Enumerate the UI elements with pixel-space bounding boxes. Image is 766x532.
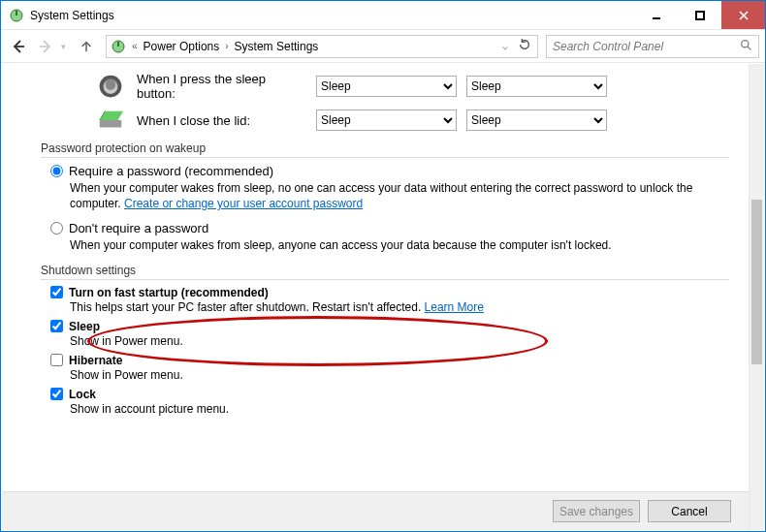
sleep-desc: Show in Power menu. xyxy=(70,334,729,348)
fast-startup-checkbox[interactable] xyxy=(50,286,63,298)
titlebar: System Settings xyxy=(1,1,765,30)
require-password-radio[interactable] xyxy=(50,165,63,177)
sleep-label: Sleep xyxy=(69,320,100,333)
address-icon xyxy=(111,39,126,54)
sleep-button-battery-select[interactable]: Sleep xyxy=(316,76,457,97)
sleep-button-row: When I press the sleep button: Sleep Sle… xyxy=(94,72,729,101)
close-button[interactable] xyxy=(721,1,765,29)
sleep-checkbox[interactable] xyxy=(50,320,63,332)
dont-require-password-desc: When your computer wakes from sleep, any… xyxy=(70,237,729,253)
up-button[interactable] xyxy=(75,35,98,58)
lock-label: Lock xyxy=(69,388,96,401)
toolbar: ▾ « Power Options › System Settings ⌵ Se… xyxy=(1,30,765,63)
scrollbar-thumb[interactable] xyxy=(751,200,762,364)
chevron-icon: « xyxy=(130,41,140,51)
search-input[interactable]: Search Control Panel xyxy=(546,35,759,58)
svg-rect-10 xyxy=(117,42,119,47)
lid-battery-select[interactable]: Sleep xyxy=(316,110,457,131)
lock-option[interactable]: Lock xyxy=(50,388,729,401)
svg-line-12 xyxy=(748,47,750,49)
hibernate-label: Hibernate xyxy=(69,354,122,367)
require-password-option[interactable]: Require a password (recommended) xyxy=(50,164,729,178)
hibernate-desc: Show in Power menu. xyxy=(70,368,729,382)
svg-rect-1 xyxy=(16,11,17,16)
breadcrumb-level1[interactable]: Power Options xyxy=(144,40,220,53)
window-title: System Settings xyxy=(30,9,634,22)
lid-plugged-select[interactable]: Sleep xyxy=(466,110,607,131)
dont-require-password-option[interactable]: Don't require a password xyxy=(50,221,729,235)
lid-label: When I close the lid: xyxy=(137,113,306,128)
history-dropdown[interactable]: ▾ xyxy=(61,42,71,51)
sleep-option[interactable]: Sleep xyxy=(50,320,729,333)
breadcrumb-level2[interactable]: System Settings xyxy=(235,40,319,53)
hibernate-option[interactable]: Hibernate xyxy=(50,354,729,367)
sleep-button-icon xyxy=(94,73,127,100)
fast-startup-desc: This helps start your PC faster after sh… xyxy=(70,300,729,314)
require-password-label: Require a password (recommended) xyxy=(69,164,273,178)
search-placeholder: Search Control Panel xyxy=(553,40,740,53)
maximize-button[interactable] xyxy=(678,1,721,29)
lid-row: When I close the lid: Sleep Sleep xyxy=(94,109,729,132)
app-icon xyxy=(9,8,24,23)
svg-point-11 xyxy=(742,40,749,47)
dont-require-password-label: Don't require a password xyxy=(69,221,208,235)
lock-checkbox[interactable] xyxy=(50,388,63,400)
address-dropdown-icon[interactable]: ⌵ xyxy=(498,41,512,51)
refresh-icon[interactable] xyxy=(516,38,533,54)
sleep-button-label: When I press the sleep button: xyxy=(137,72,306,101)
lock-desc: Show in account picture menu. xyxy=(70,402,729,416)
vertical-scrollbar[interactable] xyxy=(749,64,764,530)
svg-rect-15 xyxy=(100,120,122,128)
learn-more-link[interactable]: Learn More xyxy=(425,300,484,314)
window: System Settings ▾ « Power Options › xyxy=(0,0,766,532)
dont-require-password-radio[interactable] xyxy=(50,222,63,235)
cancel-button[interactable]: Cancel xyxy=(648,500,731,522)
svg-rect-3 xyxy=(696,12,704,19)
save-button[interactable]: Save changes xyxy=(553,500,640,522)
chevron-right-icon: › xyxy=(223,41,230,51)
fast-startup-label: Turn on fast startup (recommended) xyxy=(69,286,269,299)
address-bar[interactable]: « Power Options › System Settings ⌵ xyxy=(106,35,538,58)
lid-icon xyxy=(94,109,127,132)
minimize-button[interactable] xyxy=(634,1,678,29)
change-password-link[interactable]: Create or change your user account passw… xyxy=(124,197,363,210)
password-section-heading: Password protection on wakeup xyxy=(41,141,729,158)
button-bar: Save changes Cancel xyxy=(2,491,749,530)
sleep-button-plugged-select[interactable]: Sleep xyxy=(466,76,607,97)
content-area: When I press the sleep button: Sleep Sle… xyxy=(2,64,749,530)
shutdown-section-heading: Shutdown settings xyxy=(41,264,729,280)
hibernate-checkbox[interactable] xyxy=(50,354,63,366)
search-icon xyxy=(740,39,752,54)
back-button[interactable] xyxy=(7,35,30,58)
forward-button[interactable] xyxy=(34,35,57,58)
fast-startup-option[interactable]: Turn on fast startup (recommended) xyxy=(50,286,729,299)
require-password-desc: When your computer wakes from sleep, no … xyxy=(70,180,729,211)
